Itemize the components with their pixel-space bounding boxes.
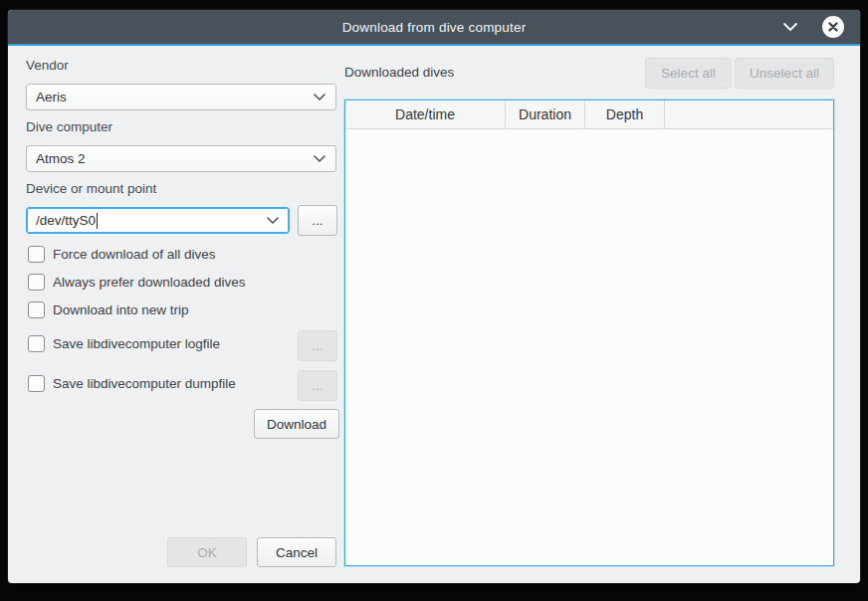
chevron-down-icon [313,93,326,101]
vendor-value: Aeris [36,90,67,104]
logfile-browse-button[interactable]: ... [298,330,337,361]
select-all-button[interactable]: Select all [645,58,732,89]
checkbox-save-logfile[interactable] [28,335,45,352]
checkbox-row-save-dumpfile[interactable]: Save libdivecomputer dumpfile [28,374,236,392]
downloaded-dives-table: Date/time Duration Depth [344,100,834,566]
cancel-button[interactable]: Cancel [257,537,336,567]
dumpfile-browse-button[interactable]: ... [298,370,337,401]
checkbox-label: Download into new trip [53,302,189,317]
checkbox-new-trip[interactable] [28,301,45,318]
chevron-down-icon [313,154,326,163]
vendor-dropdown[interactable]: Aeris [26,84,336,110]
checkbox-row-new-trip[interactable]: Download into new trip [28,300,189,318]
table-header-datetime[interactable]: Date/time [345,100,506,128]
checkbox-row-save-logfile[interactable]: Save libdivecomputer logfile [28,334,220,352]
checkbox-force-download[interactable] [28,246,45,263]
checkbox-label: Always prefer downloaded dives [53,275,246,290]
window-title: Download from dive computer [342,20,527,35]
checkbox-prefer-downloaded[interactable] [28,274,45,291]
close-button[interactable] [818,10,848,44]
downloaded-dives-label: Downloaded dives [344,65,454,80]
text-caret [97,213,98,229]
checkbox-label: Force download of all dives [53,247,216,262]
ok-button[interactable]: OK [167,537,247,567]
device-browse-button[interactable]: ... [298,205,337,236]
dive-computer-dropdown[interactable]: Atmos 2 [26,145,336,172]
download-button[interactable]: Download [254,409,339,439]
dive-computer-label: Dive computer [26,119,112,134]
checkbox-row-prefer-downloaded[interactable]: Always prefer downloaded dives [28,273,246,291]
titlebar[interactable]: Download from dive computer [8,10,860,44]
chevron-down-icon [782,22,798,32]
dialog-content: Vendor Aeris Dive computer Atmos 2 Devic… [8,46,860,583]
close-circle [822,16,844,38]
shade-button[interactable] [776,10,804,44]
checkbox-label: Save libdivecomputer logfile [53,336,220,351]
close-icon [828,22,838,32]
device-input[interactable]: /dev/ttyS0 [26,207,290,234]
unselect-all-button[interactable]: Unselect all [735,58,834,89]
dialog-window: Download from dive computer Vendor Aeris… [8,10,860,583]
chevron-down-icon [266,216,280,225]
table-header-row: Date/time Duration Depth [345,100,833,129]
checkbox-row-force-download[interactable]: Force download of all dives [28,245,216,263]
checkbox-label: Save libdivecomputer dumpfile [53,376,236,391]
checkbox-save-dumpfile[interactable] [28,375,45,392]
dive-computer-value: Atmos 2 [36,151,86,166]
table-header-duration[interactable]: Duration [506,100,585,128]
table-header-depth[interactable]: Depth [585,100,665,128]
table-header-extra[interactable] [665,100,833,128]
device-value: /dev/ttyS0 [36,213,96,228]
device-label: Device or mount point [26,181,156,196]
vendor-label: Vendor [26,58,69,73]
table-body-empty[interactable] [345,129,833,565]
